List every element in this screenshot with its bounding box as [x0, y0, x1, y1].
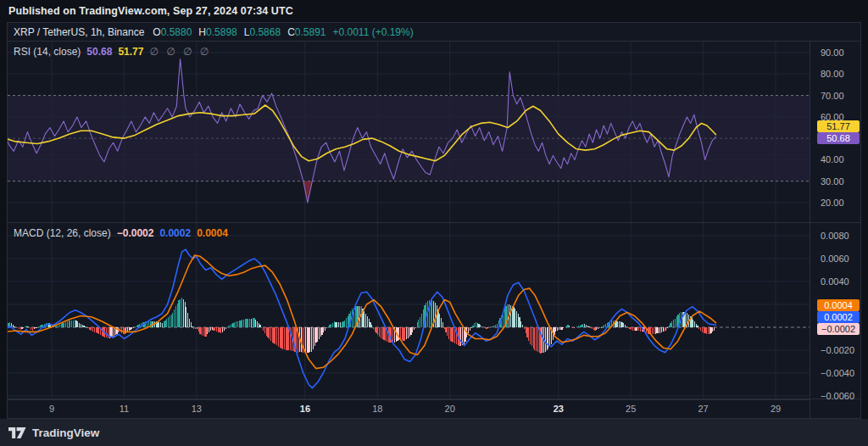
time-axis-label: 9: [40, 404, 64, 414]
symbol-bar: XRP / TetherUS, 1h, Binance O0.5880 H0.5…: [8, 23, 860, 41]
macd-hist-price-badge: −0.0002: [817, 323, 860, 335]
time-axis-label: 25: [619, 404, 643, 414]
price-axis-label: 60.00: [821, 112, 844, 122]
symbol-title[interactable]: XRP / TetherUS, 1h, Binance: [14, 26, 144, 38]
price-axis-label: −0.0020: [821, 345, 854, 355]
price-axis-label: 90.00: [821, 47, 844, 58]
rsi-ma-value: 51.77: [118, 46, 143, 58]
macd-signal-price-badge: 0.0004: [817, 299, 860, 311]
macd-value: 0.0002: [159, 227, 191, 239]
price-axis-label: 30.00: [821, 176, 844, 187]
footer-brand-text: TradingView: [32, 426, 99, 439]
price-axis-label: 80.00: [821, 69, 844, 79]
time-axis-label: 11: [112, 404, 136, 414]
price-axis-label: 70.00: [821, 91, 844, 101]
page: Published on TradingView.com, Sep 27, 20…: [0, 0, 868, 446]
low-value: 0.5868: [249, 26, 281, 38]
macd-signal-value: 0.0004: [197, 227, 228, 239]
low-label: L: [244, 26, 250, 38]
rsi-legend: RSI (14, close)50.6851.77∅ ∅ ∅ ∅: [14, 46, 217, 58]
close-label: C: [287, 26, 295, 38]
rsi-pane[interactable]: RSI (14, close)50.6851.77∅ ∅ ∅ ∅: [8, 42, 810, 222]
price-axis[interactable]: 51.77 50.68 0.0004 0.0002 −0.0002 90.008…: [810, 42, 860, 418]
macd-legend: MACD (12, 26, close)−0.00020.00020.0004: [14, 227, 234, 239]
open-label: O: [153, 26, 160, 38]
tradingview-logo-icon: [8, 426, 26, 439]
rsi-ma-price-badge: 51.77: [817, 120, 860, 132]
tradingview-brand-link[interactable]: TradingView: [8, 426, 99, 439]
price-axis-label: 0.0060: [821, 254, 849, 264]
time-axis[interactable]: 9111316182023252729: [8, 399, 810, 418]
chart-widget: XRP / TetherUS, 1h, Binance O0.5880 H0.5…: [7, 22, 861, 419]
rsi-chart-canvas[interactable]: [8, 42, 810, 222]
price-axis-label: 40.00: [821, 154, 844, 164]
macd-price-badge: 0.0002: [817, 311, 860, 323]
close-value: 0.5891: [295, 26, 326, 38]
time-axis-label: 18: [365, 404, 389, 414]
price-axis-label: −0.0060: [821, 391, 854, 401]
high-label: H: [198, 26, 206, 38]
macd-pane[interactable]: MACD (12, 26, close)−0.00020.00020.0004: [8, 223, 810, 399]
time-axis-label: 13: [185, 404, 209, 414]
footer: TradingView: [0, 419, 868, 446]
rsi-hidden-values: ∅ ∅ ∅ ∅: [149, 46, 211, 58]
price-axis-label: 20.00: [821, 198, 844, 208]
rsi-value: 50.68: [86, 46, 112, 58]
change-value: +0.0011 (+0.19%): [333, 26, 414, 38]
macd-chart-canvas[interactable]: [8, 223, 810, 399]
macd-legend-title: MACD (12, 26, close): [14, 227, 111, 239]
time-axis-label: 27: [692, 404, 715, 414]
rsi-legend-title: RSI (14, close): [14, 46, 81, 58]
price-axis-label: 0.0080: [821, 231, 849, 241]
published-text: Published on TradingView.com, Sep 27, 20…: [8, 5, 293, 17]
time-axis-label: 20: [438, 404, 462, 414]
price-axis-label: −0.0040: [821, 368, 854, 378]
high-value: 0.5898: [206, 26, 237, 38]
rsi-price-badge: 50.68: [817, 132, 860, 144]
time-axis-label: 23: [547, 404, 570, 414]
time-axis-label: 29: [764, 404, 787, 414]
macd-hist-value: −0.0002: [117, 227, 154, 239]
time-axis-label: 16: [293, 404, 317, 414]
published-bar: Published on TradingView.com, Sep 27, 20…: [0, 0, 868, 22]
price-axis-label: 0.0040: [821, 276, 849, 287]
open-value: 0.5880: [161, 26, 192, 38]
